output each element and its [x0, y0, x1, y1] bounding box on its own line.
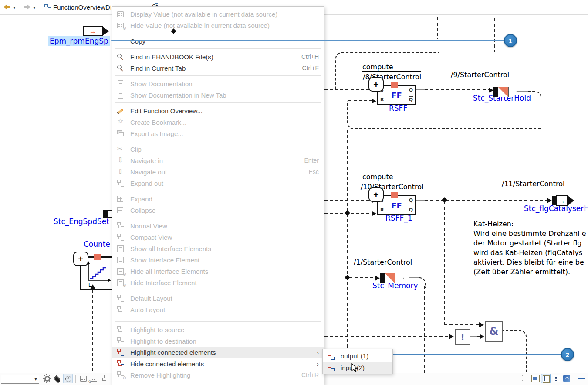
connected-tree-icon[interactable] — [99, 374, 109, 383]
diagram-tab-icon — [44, 4, 51, 10]
navin-icon — [117, 157, 125, 164]
hide-overlay-icon: ⊘ — [123, 26, 126, 31]
menu-item-shortcut: Ctrl+F — [302, 65, 319, 72]
treecolor-icon — [327, 353, 335, 360]
menu-item-display-value-not-available-in-current-d: Display Value (not available in current … — [112, 8, 324, 20]
menu-item-highlight-connected-elements[interactable]: Highlight connected elements› — [112, 347, 324, 358]
clip-icon — [117, 146, 125, 153]
highlight-badge-1[interactable]: 1 — [504, 34, 517, 47]
clock-icon[interactable] — [63, 374, 73, 383]
app-window-icon[interactable] — [562, 374, 571, 383]
zoom-dash-icon[interactable] — [577, 374, 587, 383]
doc-icon — [117, 92, 125, 99]
menu-item-label: Hide all Interface Elements — [130, 268, 319, 275]
value-icon — [117, 10, 125, 17]
menu-item-find-in-current-tab[interactable]: Find in Current TabCtrl+F — [112, 62, 324, 74]
ff-pin-qbar: Q — [409, 207, 413, 213]
ff-pin-q: Q — [409, 87, 413, 93]
search-icon — [117, 65, 125, 72]
menu-item-shortcut: Ctrl+H — [301, 53, 319, 60]
navout-icon — [117, 168, 125, 175]
block-label-rsff[interactable]: RSFF — [389, 104, 407, 112]
split-view-icon[interactable] — [541, 374, 551, 383]
list-icon: ⊘ — [117, 268, 125, 275]
menu-item-label: Create Bookmark... — [130, 119, 319, 126]
menu-item-label: Find in EHANDBOOK File(s) — [130, 53, 301, 61]
menu-item-hide-value-not-available-in-current-data: ⊘Hide Value (not available in current da… — [112, 20, 324, 31]
ff-pin-r: R — [380, 207, 384, 213]
list-icon: ⊘ — [117, 279, 125, 286]
image-icon — [117, 130, 125, 137]
menu-separator — [112, 31, 324, 35]
layers-icon[interactable] — [53, 374, 62, 383]
wire-arrow — [489, 88, 493, 93]
wire-arrow — [372, 211, 376, 216]
memory-element-icon[interactable] — [493, 87, 517, 97]
doc-list-icon[interactable] — [531, 374, 540, 383]
highlight-line-1 — [111, 40, 505, 41]
menu-separator — [112, 47, 324, 51]
signal-label-eng-spd-set[interactable]: Stc_EngSpdSet — [54, 217, 109, 226]
menu-separator — [112, 189, 324, 193]
highlight-badge-2[interactable]: 2 — [561, 348, 574, 361]
forward-dropdown-icon[interactable]: ▾ — [33, 5, 36, 10]
not-gate[interactable]: ! — [455, 329, 470, 345]
breakpoint-marker — [391, 82, 398, 88]
gear-icon[interactable] — [42, 374, 52, 383]
wire — [324, 336, 453, 337]
wire-arrow — [103, 27, 109, 35]
menu-item-label: Export as Image... — [130, 130, 319, 137]
toolbar-separator — [574, 375, 574, 383]
menu-item-label: Remove Highlighting — [130, 371, 301, 379]
menu-item-label: Navigate out — [130, 168, 309, 176]
menu-item-show-all-interface-elements: Show all Interface Elements — [112, 243, 324, 254]
wire — [347, 130, 348, 374]
expand-plus-button[interactable]: + — [73, 252, 88, 266]
memory-element-icon[interactable] — [380, 273, 404, 283]
menu-item-hide-connected-elements[interactable]: Hide connected elements› — [112, 358, 324, 369]
menu-item-shortcut: Esc — [309, 168, 319, 175]
value-source-combobox[interactable] — [1, 375, 39, 384]
block-label-counter[interactable]: Counte — [84, 240, 110, 249]
expand-plus-button[interactable]: + — [368, 187, 384, 202]
menu-item-export-as-image: Export as Image... — [112, 128, 324, 139]
menu-item-remove-highlighting: ⊘Remove HighlightingCtrl+R — [112, 369, 324, 381]
menu-item-compact-view: Compact View — [112, 232, 324, 243]
signal-label-epm[interactable]: Epm_rpmEngSp — [48, 36, 110, 46]
forward-arrow-icon[interactable] — [23, 4, 30, 10]
menu-item-normal-view: Normal View — [112, 220, 324, 232]
menu-item-edit-function-overview[interactable]: Edit Function Overview... — [112, 105, 324, 116]
hide-values-icon[interactable]: ⊘ — [89, 374, 98, 383]
tree-icon — [117, 222, 125, 229]
menu-separator — [112, 315, 324, 320]
output-port-icon[interactable]: → — [552, 195, 574, 206]
star-icon — [117, 119, 125, 126]
block-header-n11: /11/StarterControl — [502, 180, 564, 188]
person-doc-icon[interactable] — [551, 374, 561, 383]
menu-item-output-1[interactable]: output (1) — [323, 350, 392, 362]
back-dropdown-icon[interactable]: ▾ — [13, 5, 16, 10]
expand-plus-button[interactable]: + — [368, 77, 384, 92]
block-header-compute: compute — [362, 63, 421, 72]
menu-item-label: Show Documentation in New Tab — [130, 92, 319, 99]
display-values-icon[interactable] — [78, 374, 88, 383]
menu-item-hide-interface-element: ⊘Hide Interface Element — [112, 277, 324, 288]
menu-item-auto-layout: Auto Layout — [112, 304, 324, 315]
back-arrow-icon[interactable] — [3, 4, 11, 10]
menu-item-label: Hide Interface Element — [130, 279, 319, 286]
menu-separator — [112, 139, 324, 143]
menu-item-label: input (2) — [341, 364, 387, 371]
wire-arrow — [480, 334, 484, 339]
menu-item-find-in-ehandbook-file-s[interactable]: Find in EHANDBOOK File(s)Ctrl+H — [112, 51, 324, 62]
menu-item-label: Show Interface Element — [130, 256, 319, 264]
search-icon — [117, 53, 125, 60]
wire-arrow — [479, 322, 484, 327]
tree-icon: ⊘ — [117, 371, 125, 378]
tab-title[interactable]: FunctionOverviewDi — [53, 3, 111, 11]
menu-item-label: output (1) — [341, 352, 387, 360]
menu-item-navigate-in: Navigate inEnter — [112, 155, 324, 166]
plusbox-icon — [117, 207, 125, 214]
menu-item-label: Navigate in — [130, 157, 304, 164]
wire — [437, 17, 438, 39]
and-gate[interactable]: & — [485, 321, 503, 342]
